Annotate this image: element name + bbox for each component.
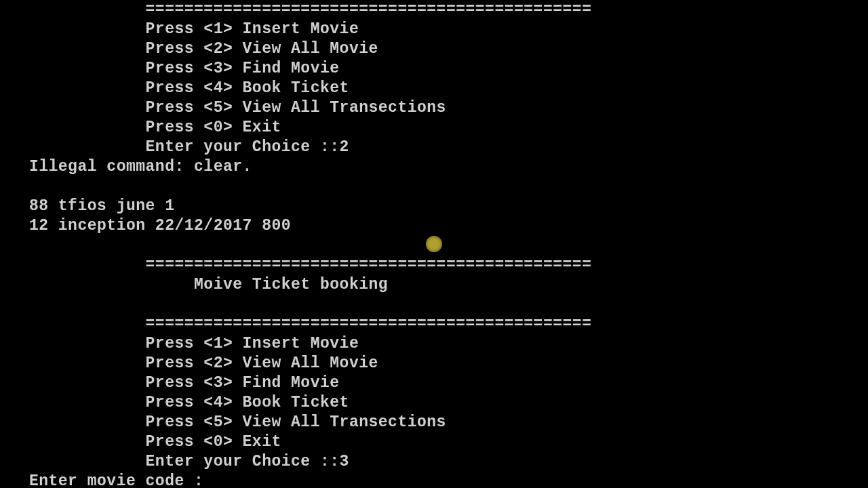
error-line: Illegal command: clear. [0, 158, 252, 176]
menu-option-0: Press <0> Exit [0, 119, 281, 136]
menu-option-2: Press <2> View All Movie [0, 40, 378, 58]
menu-option-3: Press <3> Find Movie [0, 374, 340, 392]
menu-option-5: Press <5> View All Transections [0, 99, 446, 117]
app-title: Moive Ticket booking [0, 276, 388, 293]
divider-line: ========================================… [0, 1, 591, 18]
choice-prompt-1: Enter your Choice ::2 [0, 138, 349, 156]
movie-code-prompt[interactable]: Enter movie code : [0, 472, 203, 488]
menu-option-0: Press <0> Exit [0, 433, 281, 451]
menu-option-4: Press <4> Book Ticket [0, 79, 349, 97]
menu-option-2: Press <2> View All Movie [0, 354, 378, 372]
movie-row-2: 12 inception 22/12/2017 800 [0, 217, 291, 235]
menu-option-1: Press <1> Insert Movie [0, 335, 359, 352]
menu-option-1: Press <1> Insert Movie [0, 20, 359, 38]
divider-line: ========================================… [0, 315, 591, 333]
cursor-highlight-icon [426, 236, 442, 252]
menu-option-4: Press <4> Book Ticket [0, 394, 349, 411]
movie-row-1: 88 tfios june 1 [0, 197, 174, 215]
terminal-output: ========================================… [0, 0, 591, 488]
divider-line: ========================================… [0, 256, 591, 274]
choice-prompt-2: Enter your Choice ::3 [0, 453, 349, 470]
menu-option-5: Press <5> View All Transections [0, 413, 446, 431]
menu-option-3: Press <3> Find Movie [0, 60, 340, 77]
